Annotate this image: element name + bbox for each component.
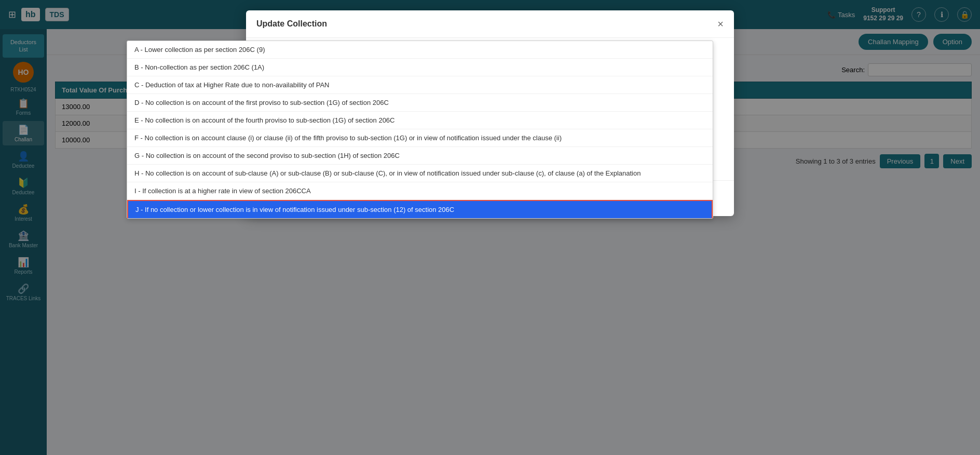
dropdown-item[interactable]: H - No collection is on account of sub-c… <box>246 165 713 180</box>
dropdown-item[interactable]: D - No collection is on account of the f… <box>246 94 713 112</box>
dropdown-item[interactable]: E - No collection is on account of the f… <box>246 112 713 129</box>
dropdown-item[interactable]: C - Deduction of tax at Higher Rate due … <box>246 76 713 94</box>
dropdown-item[interactable]: G - No collection is on account of the s… <box>246 147 713 165</box>
update-collection-modal: Update Collection × A - Lower collection… <box>246 10 734 216</box>
modal-title: Update Collection <box>256 19 327 29</box>
modal-body: A - Lower collection as per section 206C… <box>246 38 734 180</box>
dropdown-item[interactable]: F - No collection is on account clause (… <box>246 129 713 147</box>
modal-header: Update Collection × <box>246 10 734 38</box>
modal-overlay: Update Collection × A - Lower collection… <box>0 0 980 455</box>
dropdown-item[interactable]: B - Non-collection as per section 206C (… <box>246 59 713 76</box>
dropdown-item[interactable]: A - Lower collection as per section 206C… <box>246 41 713 59</box>
modal-close-button[interactable]: × <box>717 19 724 29</box>
dropdown-list: A - Lower collection as per section 206C… <box>246 41 713 180</box>
